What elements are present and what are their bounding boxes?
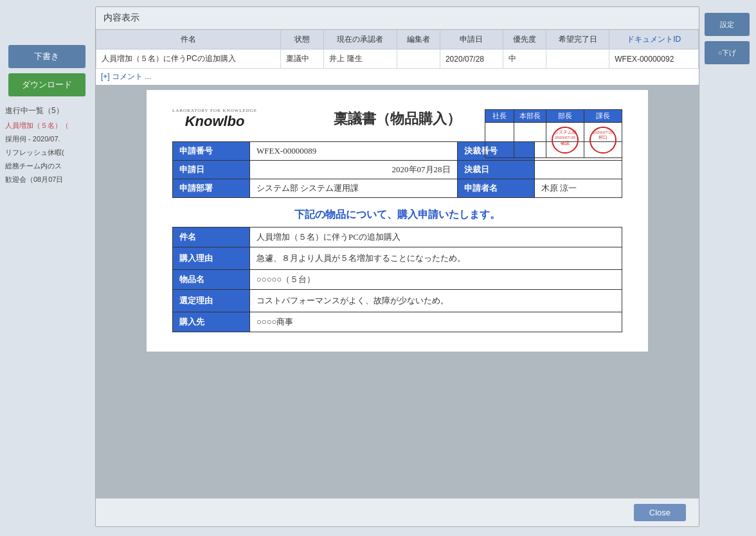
modal-header: 内容表示 [96, 7, 699, 30]
list-item[interactable]: 総務チーム内のス [0, 159, 93, 173]
decision-date-value [534, 161, 622, 179]
stamp-dept-date: 2020/07/28 [554, 135, 577, 140]
row-priority: 中 [503, 49, 546, 69]
applicant-label: 申請者名 [457, 179, 534, 198]
stamp-director [514, 123, 546, 158]
settings-button[interactable]: 設定 [705, 13, 750, 36]
purchase-text: 下記の物品について、購入申請いたします。 [172, 208, 622, 222]
close-button[interactable]: Close [634, 504, 686, 521]
supplier-label: 購入先 [173, 312, 250, 332]
info-table: 件名 状態 現在の承認者 編集者 申請日 優先度 希望完了日 ドキュメントID … [96, 30, 699, 69]
dept-value: システム部 システム運用課 [250, 179, 458, 198]
modal-dialog: 内容表示 件名 状態 現在の承認者 編集者 申請日 優先度 希望完了日 ドキュメ… [95, 6, 699, 527]
reason-value: 急遽、８月より人員が５名増加することになったため。 [250, 247, 622, 270]
info-table-area: 件名 状態 現在の承認者 編集者 申請日 優先度 希望完了日 ドキュメントID … [96, 30, 699, 85]
doc-preview-container: LABORATORY FOR KNOWLEDGE Knowlbo 稟議書（物品購… [96, 85, 699, 498]
stamp-dept-seal: システム部 2020/07/28 確認 [552, 127, 579, 154]
col-header-docid: ドキュメントID [609, 30, 699, 49]
download-button[interactable]: ダウンロード [8, 73, 86, 96]
title-value: 人員増加（５名）に伴うPCの追加購入 [250, 228, 622, 247]
row-status: 稟議中 [280, 49, 323, 69]
col-header-title: 件名 [96, 30, 281, 49]
row-docid: WFEX-00000092 [609, 49, 699, 69]
item-value: ○○○○○（５台） [250, 270, 622, 290]
list-item[interactable]: 人員増加（５名）（ [0, 119, 93, 132]
content-table: 件名 人員増加（５名）に伴うPCの追加購入 購入理由 急遽、８月より人員が５名増… [172, 227, 622, 332]
table-row: 人員増加（５名）に伴うPCの追加購入 稟議中 井上 隆生 2020/07/28 … [96, 49, 699, 69]
app-number-value: WFEX-00000089 [250, 142, 458, 161]
supplier-value: ○○○○商事 [250, 312, 622, 332]
col-header-status: 状態 [280, 30, 323, 49]
item-label: 物品名 [173, 270, 250, 290]
col-header-editor: 編集者 [397, 30, 440, 49]
app-date-value: 2020年07月28日 [250, 161, 458, 179]
stamp-dept: システム部 2020/07/28 確認 [546, 123, 584, 158]
stamp-dept-text: システム部 [554, 130, 577, 135]
right-panel: 設定 ○下げ [698, 0, 756, 536]
dept-label: 申請部署 [173, 179, 250, 198]
stamp-president [485, 123, 514, 158]
decision-date-label: 決裁日 [457, 161, 534, 179]
doc-title-area: LABORATORY FOR KNOWLEDGE Knowlbo 稟議書（物品購… [172, 109, 622, 129]
col-header-approver: 現在の承認者 [324, 30, 397, 49]
app-date-label: 申請日 [173, 161, 250, 179]
list-item[interactable]: リフレッシュ休暇( [0, 146, 93, 159]
stamp-section-person: 村口 [591, 135, 615, 140]
modal-footer: Close [96, 498, 699, 526]
list-item[interactable]: 採用伺 - 2020/07. [0, 132, 93, 146]
draft-button[interactable]: 下書き [8, 45, 86, 68]
reason-label: 購入理由 [173, 247, 250, 270]
selection-value: コストパフォーマンスがよく、故障が少ないため。 [250, 290, 622, 312]
row-approver: 井上 隆生 [324, 49, 397, 69]
row-title: 人員増加（５名）に伴うPCの追加購入 [96, 49, 281, 69]
list-header: 進行中一覧（5） [0, 99, 93, 119]
list-item[interactable]: 歓迎会（08月07日 [0, 173, 93, 186]
lower-button[interactable]: ○下げ [705, 41, 750, 64]
col-header-date: 申請日 [440, 30, 503, 49]
stamp-dept-label: 確認 [554, 141, 577, 146]
approval-header-president: 社長 [485, 110, 514, 123]
col-header-due: 希望完了日 [546, 30, 609, 49]
app-number-label: 申請番号 [173, 142, 250, 161]
row-due [546, 49, 609, 69]
approval-header-dept-head: 部長 [546, 110, 584, 123]
doc-logo: LABORATORY FOR KNOWLEDGE Knowlbo [172, 109, 257, 130]
approval-table: 社長 本部長 部長 課長 [485, 109, 622, 158]
col-header-priority: 優先度 [503, 30, 546, 49]
stamp-section: 2020/07/28 村口 [584, 123, 622, 158]
applicant-value: 木原 涼一 [534, 179, 622, 198]
approval-header-section-head: 課長 [584, 110, 622, 123]
sidebar: 下書き ダウンロード 進行中一覧（5） 人員増加（５名）（ 採用伺 - 2020… [0, 0, 93, 536]
stamp-section-date: 2020/07/28 [591, 130, 615, 135]
stamp-section-seal: 2020/07/28 村口 [590, 127, 616, 154]
row-date: 2020/07/28 [440, 49, 503, 69]
title-label: 件名 [173, 228, 250, 247]
row-editor [397, 49, 440, 69]
logo-main: Knowlbo [185, 113, 245, 129]
doc-preview-scroll[interactable]: LABORATORY FOR KNOWLEDGE Knowlbo 稟議書（物品購… [96, 85, 699, 498]
comment-link[interactable]: [+] コメント ... [96, 69, 699, 85]
approval-header-director: 本部長 [514, 110, 546, 123]
document: LABORATORY FOR KNOWLEDGE Knowlbo 稟議書（物品購… [147, 90, 648, 352]
logo-sub: LABORATORY FOR KNOWLEDGE [172, 108, 257, 113]
selection-label: 選定理由 [173, 290, 250, 312]
